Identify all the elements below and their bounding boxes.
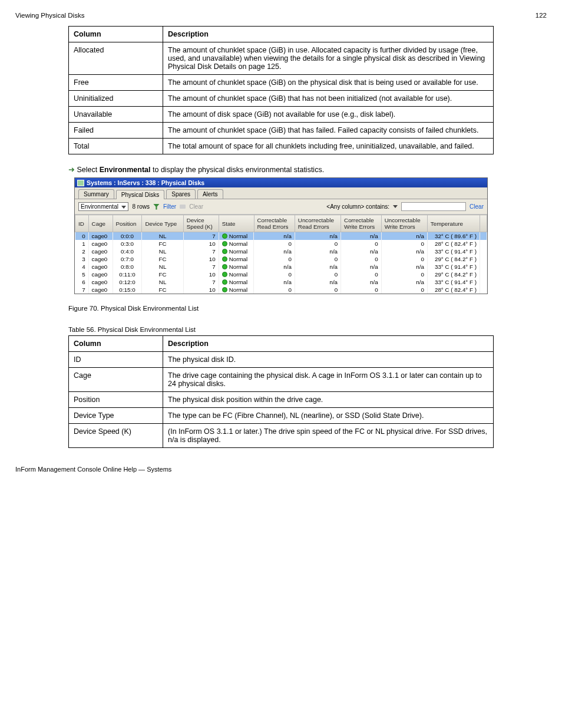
toolbar: Environmental 8 rows Filter Clear <Any c… [75,199,487,215]
page-number: 122 [535,12,547,19]
param-desc: The amount of chunklet space (GiB) on th… [163,75,494,91]
param-desc: The type can be FC (Fibre Channel), NL (… [163,408,494,424]
app-window: Systems : InServs : 338 : Physical Disks… [74,177,488,294]
tab-strip: SummaryPhysical DisksSparesAlerts [75,187,487,199]
chevron-down-icon [393,205,398,208]
th-desc: Description [163,27,494,42]
column-header[interactable]: CorrectableRead Errors [254,215,295,232]
column-header[interactable]: UncorrectableRead Errors [295,215,340,232]
column-header[interactable]: CorrectableWrite Errors [341,215,382,232]
th-desc: Description [163,336,494,352]
column-header[interactable]: Temperature [427,215,480,232]
column-header[interactable]: UncorrectableWrite Errors [381,215,427,232]
doc-section-title: Viewing Physical Disks [15,12,84,19]
table-row[interactable]: 4 cage0 0:8:0 NL 7 Normal n/a n/a n/a n/… [75,263,487,271]
column-header[interactable]: Cage [88,215,113,232]
state-dot-icon [222,264,227,269]
tab-summary[interactable]: Summary [78,189,114,199]
state-dot-icon [222,241,227,246]
state-dot-icon [222,272,227,277]
state-dot-icon [222,256,227,262]
table-row[interactable]: 7 cage0 0:15:0 FC 10 Normal 0 0 0 0 28° … [75,286,487,294]
param-table-1: Column Description AllocatedThe amount o… [68,26,494,154]
param-label: Device Speed (K) [69,424,163,448]
view-select-value: Environmental [81,203,118,210]
filter-icon [153,204,160,210]
bullet-text-prefix: Select [77,166,99,174]
clear-link-disabled: Clear [189,203,203,210]
search-input[interactable] [401,202,466,211]
window-title: Systems : InServs : 338 : Physical Disks [87,179,204,186]
th-col: Column [69,27,163,42]
table-row[interactable]: 0 cage0 0:0:0 NL 7 Normal n/a n/a n/a n/… [75,232,487,241]
table-row[interactable]: 3 cage0 0:7:0 FC 10 Normal 0 0 0 0 29° C… [75,255,487,263]
column-header[interactable] [480,215,487,232]
param-label: Unavailable [69,107,163,123]
param-label: Cage [69,368,163,392]
bullet-text-suffix: to display the physical disks environmen… [151,166,325,174]
filter-link[interactable]: Filter [163,203,176,210]
disks-grid: IDCagePositionDevice TypeDeviceSpeed (K)… [75,215,487,294]
param-desc: The amount of chunklet space (GiB) in us… [163,42,494,75]
chevron-down-icon [121,206,126,209]
table-caption: Table 56. Physical Disk Environmental Li… [68,326,494,333]
table-row[interactable]: 6 cage0 0:12:0 NL 7 Normal n/a n/a n/a n… [75,278,487,286]
table-row[interactable]: 2 cage0 0:4:0 NL 7 Normal n/a n/a n/a n/… [75,248,487,255]
tab-spares[interactable]: Spares [166,189,196,199]
param-desc: The total amount of space for all chunkl… [163,139,494,154]
table-row[interactable]: 5 cage0 0:11:0 FC 10 Normal 0 0 0 0 29° … [75,271,487,278]
param-label: Failed [69,123,163,139]
tab-alerts[interactable]: Alerts [197,189,223,199]
param-desc: The amount of chunklet space (GiB) that … [163,123,494,139]
param-desc: The drive cage containing the physical d… [163,368,494,392]
window-icon [77,180,84,186]
param-label: Uninitialized [69,91,163,107]
figure-caption: Figure 70. Physical Disk Environmental L… [68,305,494,312]
state-dot-icon [222,249,227,254]
tab-physical-disks[interactable]: Physical Disks [116,190,164,199]
column-header[interactable]: Device Type [142,215,183,232]
column-header[interactable]: State [219,215,254,232]
column-header[interactable]: DeviceSpeed (K) [183,215,219,232]
bullet-arrow-icon: ➜ [68,165,75,174]
param-desc: The physical disk position within the dr… [163,392,494,408]
state-dot-icon [222,279,227,285]
param-desc: The physical disk ID. [163,352,494,368]
clear-search-link[interactable]: Clear [470,203,484,210]
column-header[interactable]: Position [113,215,142,232]
param-label: Allocated [69,42,163,75]
state-dot-icon [222,233,227,239]
filter-cond-label: <Any column> contains: [326,203,389,210]
param-desc: The amount of disk space (GiB) not avail… [163,107,494,123]
footer-text: InForm Management Console Online Help — … [15,466,171,473]
row-count: 8 rows [132,203,149,210]
bullet-bold: Environmental [100,166,151,174]
param-desc: (In InForm OS 3.1.1 or later.) The drive… [163,424,494,448]
clear-icon [180,205,186,209]
param-label: Position [69,392,163,408]
state-dot-icon [222,287,227,292]
column-header[interactable]: ID [75,215,89,232]
view-select[interactable]: Environmental [78,202,128,211]
param-label: Free [69,75,163,91]
titlebar: Systems : InServs : 338 : Physical Disks [75,178,487,187]
th-col: Column [69,336,163,352]
table-row[interactable]: 1 cage0 0:3:0 FC 10 Normal 0 0 0 0 28° C… [75,240,487,248]
param-table-2: Column Description IDThe physical disk I… [68,335,494,448]
param-label: Total [69,139,163,154]
param-label: Device Type [69,408,163,424]
param-label: ID [69,352,163,368]
param-desc: The amount of chunklet space (GiB) that … [163,91,494,107]
